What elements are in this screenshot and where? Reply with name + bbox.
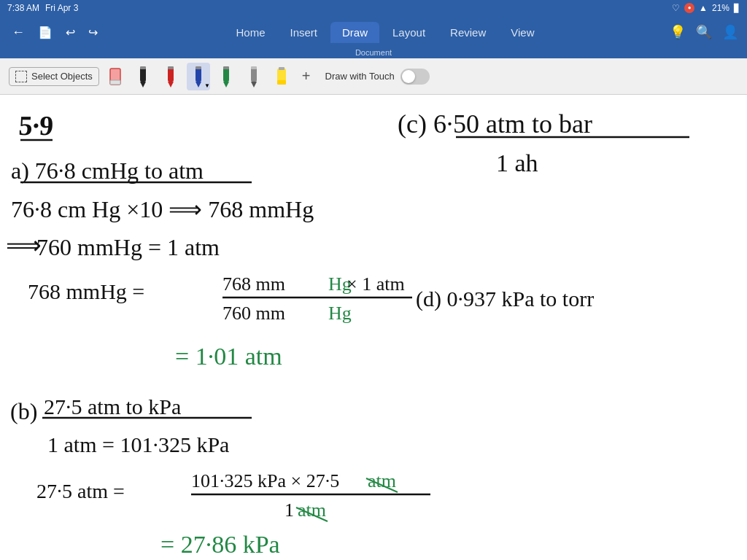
battery-icon: ▊ — [734, 4, 740, 13]
undo-button[interactable]: ↩ — [63, 23, 78, 42]
nav-left: ← 📄 ↩ ↪ — [9, 22, 101, 43]
draw-with-touch-label: Draw with Touch — [325, 71, 395, 82]
svg-rect-16 — [251, 66, 257, 69]
doc-title-bar: Document — [0, 48, 747, 58]
svg-rect-19 — [279, 67, 285, 70]
tab-review[interactable]: Review — [438, 22, 498, 43]
svg-text:27·5 atm to kPa: 27·5 atm to kPa — [44, 394, 181, 419]
status-left: 7:38 AM Fri Apr 3 — [7, 3, 78, 13]
svg-text:101·325 kPa × 27·5: 101·325 kPa × 27·5 — [191, 470, 339, 491]
redo-button[interactable]: ↪ — [85, 23, 101, 42]
tab-insert[interactable]: Insert — [279, 22, 330, 43]
svg-text:760 mmHg  =  1 atm: 760 mmHg = 1 atm — [36, 234, 220, 260]
eraser-icon — [107, 64, 123, 89]
green-pen-button[interactable] — [214, 63, 238, 90]
svg-text:(b): (b) — [10, 398, 37, 424]
svg-text:a) 76·8 cmHg to atm: a) 76·8 cmHg to atm — [11, 158, 204, 184]
draw-with-touch-toggle[interactable] — [400, 69, 430, 85]
svg-marker-3 — [140, 82, 146, 88]
svg-text:1 atm  =  101·325 kPa: 1 atm = 101·325 kPa — [47, 432, 229, 456]
svg-rect-10 — [196, 66, 201, 69]
nav-bar: ← 📄 ↩ ↪ Home Insert Draw Layout Review V… — [0, 16, 747, 48]
toolbar: Select Objects ▼ — [0, 58, 747, 95]
search-button[interactable]: 🔍 — [696, 24, 712, 40]
svg-text:1: 1 — [285, 499, 294, 521]
pen-dropdown-arrow: ▼ — [204, 82, 210, 89]
svg-text:= 1·01 atm: = 1·01 atm — [175, 343, 282, 370]
svg-marker-12 — [223, 82, 229, 88]
handwriting-canvas: 5·9 (c) 6·50 atm to bar 1 ah a) 76·8 cmH… — [0, 95, 747, 560]
status-bar: 7:38 AM Fri Apr 3 ♡ ● ▲ 21% ▊ — [0, 0, 747, 16]
yellow-highlighter-icon — [274, 64, 290, 89]
select-objects-label: Select Objects — [31, 71, 93, 82]
lightbulb-button[interactable]: 💡 — [670, 24, 686, 40]
svg-text:= 27·86 kPa: = 27·86 kPa — [160, 531, 280, 558]
wifi-icon: ▲ — [699, 3, 708, 13]
svg-marker-6 — [168, 82, 174, 88]
gray-pencil-icon — [246, 64, 262, 89]
svg-marker-9 — [196, 82, 201, 88]
black-pen-button[interactable] — [131, 63, 155, 90]
svg-rect-4 — [140, 66, 146, 69]
tab-draw[interactable]: Draw — [330, 22, 379, 43]
tab-view[interactable]: View — [499, 22, 546, 43]
black-pen-icon — [135, 64, 151, 89]
nav-center: Home Insert Draw Layout Review View — [224, 22, 546, 43]
red-pen-icon — [163, 64, 179, 89]
svg-text:27·5 atm  =: 27·5 atm = — [36, 480, 125, 502]
record-icon: ● — [684, 3, 694, 13]
plus-icon: + — [302, 68, 311, 84]
airpods-icon: ♡ — [672, 3, 680, 13]
svg-text:768 mm: 768 mm — [222, 273, 285, 295]
select-objects-icon — [15, 71, 27, 82]
svg-text:Hg: Hg — [328, 303, 352, 324]
file-button[interactable]: 📄 — [35, 23, 55, 42]
svg-rect-1 — [110, 80, 120, 85]
svg-text:1 ah: 1 ah — [496, 149, 538, 176]
tab-layout[interactable]: Layout — [381, 22, 437, 43]
account-button[interactable]: 👤 — [722, 24, 738, 40]
time: 7:38 AM — [7, 3, 39, 13]
select-objects-button[interactable]: Select Objects — [9, 67, 99, 86]
svg-rect-18 — [277, 80, 286, 85]
draw-with-touch-area: Draw with Touch — [325, 69, 430, 85]
back-button[interactable]: ← — [9, 22, 28, 43]
content-area: 5·9 (c) 6·50 atm to bar 1 ah a) 76·8 cmH… — [0, 95, 747, 560]
eraser-button[interactable] — [104, 63, 127, 90]
svg-marker-15 — [251, 82, 257, 88]
status-right: ♡ ● ▲ 21% ▊ — [672, 3, 740, 13]
green-pen-icon — [218, 64, 234, 89]
svg-text:× 1 atm: × 1 atm — [347, 273, 405, 295]
red-pen-button[interactable] — [159, 63, 182, 90]
tab-home[interactable]: Home — [224, 22, 276, 43]
svg-text:76·8 cm Hg ×10 ⟹ 768 mmHg: 76·8 cm Hg ×10 ⟹ 768 mmHg — [11, 196, 314, 222]
dark-blue-pen-button[interactable]: ▼ — [187, 63, 210, 90]
svg-text:760 mm: 760 mm — [222, 303, 285, 324]
svg-text:(c) 6·50 atm to bar: (c) 6·50 atm to bar — [398, 109, 592, 139]
gray-pencil-button[interactable] — [242, 63, 266, 90]
svg-rect-7 — [168, 66, 174, 69]
svg-rect-13 — [223, 66, 229, 69]
date: Fri Apr 3 — [45, 3, 78, 13]
svg-text:5·9: 5·9 — [18, 110, 55, 141]
nav-right: 💡 🔍 👤 — [670, 24, 738, 40]
svg-text:(d) 0·937 kPa to torr: (d) 0·937 kPa to torr — [416, 287, 594, 311]
battery: 21% — [712, 3, 729, 13]
svg-text:768 mmHg  =: 768 mmHg = — [28, 279, 144, 303]
doc-title: Document — [355, 48, 392, 57]
add-pen-button[interactable]: + — [298, 66, 315, 86]
yellow-highlighter-button[interactable] — [270, 63, 293, 90]
svg-rect-17 — [277, 69, 286, 82]
